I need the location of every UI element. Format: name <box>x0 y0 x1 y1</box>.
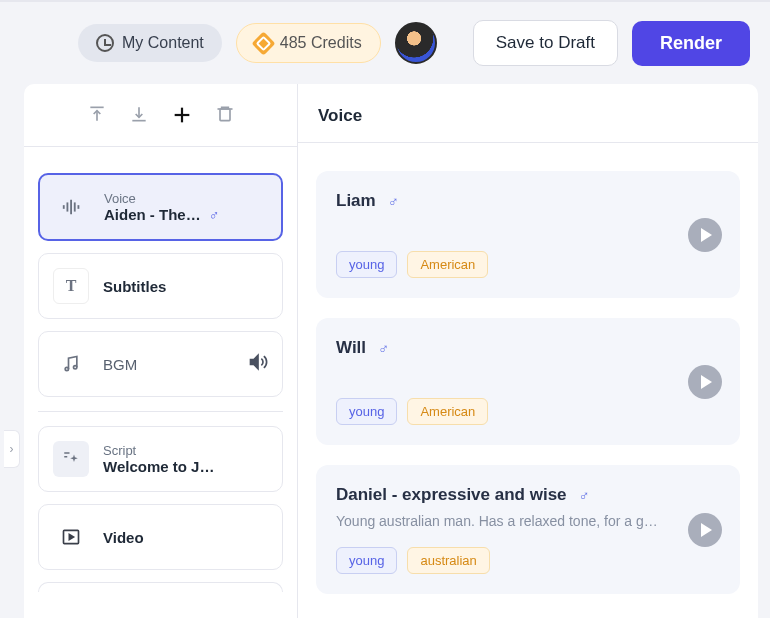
tag: young <box>336 547 397 574</box>
tag: American <box>407 398 488 425</box>
sidebar-item-subtitles[interactable]: T Subtitles <box>38 253 283 319</box>
credits-pill[interactable]: 485 Credits <box>236 23 381 63</box>
volume-icon[interactable] <box>248 352 268 376</box>
render-button[interactable]: Render <box>632 21 750 66</box>
svg-rect-16 <box>64 456 67 458</box>
sidebar-item-label: Subtitles <box>103 278 268 295</box>
voice-name: Liam <box>336 191 376 211</box>
sidebar-item-bgm[interactable]: BGM <box>38 331 283 397</box>
voice-name: Will <box>336 338 366 358</box>
male-icon: ♂ <box>388 193 399 210</box>
page-title: Voice <box>298 84 758 143</box>
svg-point-13 <box>74 366 77 369</box>
sidebar-item-section: Script <box>103 443 268 458</box>
expand-handle[interactable]: › <box>4 430 20 468</box>
sidebar-item-label: Welcome to J… <box>103 458 268 475</box>
male-icon: ♂ <box>378 340 389 357</box>
play-button[interactable] <box>688 513 722 547</box>
male-icon: ♂ <box>209 207 220 223</box>
male-icon: ♂ <box>579 487 590 504</box>
align-bottom-icon[interactable] <box>129 104 149 126</box>
sidebar-item-label: Video <box>103 529 268 546</box>
svg-marker-14 <box>251 355 259 368</box>
sidebar-list: Voice Aiden - The… ♂ T Subtitles <box>24 147 297 592</box>
sidebar-item-voice[interactable]: Voice Aiden - The… ♂ <box>38 173 283 241</box>
sidebar-item-script[interactable]: Script Welcome to J… <box>38 426 283 492</box>
tag: young <box>336 398 397 425</box>
voice-card[interactable]: Liam ♂ youngAmerican <box>316 171 740 298</box>
sparkle-icon <box>53 441 89 477</box>
voice-name: Daniel - expressive and wise <box>336 485 567 505</box>
svg-point-12 <box>65 367 68 370</box>
svg-marker-18 <box>69 535 73 540</box>
credits-label: 485 Credits <box>280 34 362 52</box>
svg-rect-6 <box>220 109 230 121</box>
tag: American <box>407 251 488 278</box>
my-content-pill[interactable]: My Content <box>78 24 222 62</box>
sidebar-item-section: Voice <box>104 191 267 206</box>
tag: young <box>336 251 397 278</box>
save-draft-button[interactable]: Save to Draft <box>473 20 618 66</box>
sidebar-item-label: Aiden - The… <box>104 206 201 223</box>
sidebar-item-label: BGM <box>103 356 234 373</box>
avatar[interactable] <box>395 22 437 64</box>
clock-icon <box>96 34 114 52</box>
align-top-icon[interactable] <box>87 104 107 126</box>
voice-card[interactable]: Daniel - expressive and wise ♂ Young aus… <box>316 465 740 594</box>
plus-icon[interactable] <box>171 104 193 126</box>
play-button[interactable] <box>688 365 722 399</box>
voice-desc: Young australian man. Has a relaxed tone… <box>336 513 666 529</box>
svg-rect-15 <box>64 452 69 454</box>
play-square-icon <box>53 519 89 555</box>
play-button[interactable] <box>688 218 722 252</box>
voice-card[interactable]: Will ♂ youngAmerican <box>316 318 740 445</box>
sidebar-item-more[interactable] <box>38 582 283 592</box>
sidebar-item-video[interactable]: Video <box>38 504 283 570</box>
text-icon: T <box>53 268 89 304</box>
tag: australian <box>407 547 489 574</box>
music-icon <box>53 346 89 382</box>
voice-list: Liam ♂ youngAmerican Will ♂ youngAmerica… <box>298 143 758 594</box>
diamond-icon <box>251 31 275 55</box>
trash-icon[interactable] <box>215 104 235 126</box>
divider <box>38 411 283 412</box>
waveform-icon <box>54 189 90 225</box>
my-content-label: My Content <box>122 34 204 52</box>
